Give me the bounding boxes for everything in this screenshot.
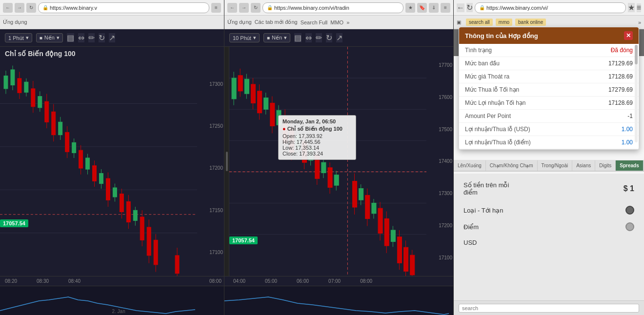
left-tabs-bar: Ứng dụng: [0, 16, 224, 29]
trade-tab-inout[interactable]: Trong/Ngoài: [538, 160, 573, 171]
trade-tab-updown[interactable]: Lên/Xuống: [454, 160, 486, 171]
reload-button[interactable]: ↻: [26, 3, 36, 13]
takeprofit-value: 17128.69: [608, 99, 633, 106]
mid-browser-bar: ← → ↻ 🔒 https://www.binary.com/vi/tradin…: [224, 0, 453, 16]
mid-time-scale: 04:00 05:00 06:00 07:00 08:00: [224, 276, 453, 286]
scale-icon-left[interactable]: ⇔: [78, 33, 84, 42]
trade-tab-asians[interactable]: Asians: [572, 160, 595, 171]
svg-rect-106: [277, 110, 281, 125]
timeframe-select-mid[interactable]: 10 Phút ▾: [229, 33, 260, 42]
right-url-text: https://www.binary.com/vi/: [486, 5, 548, 11]
trade-tab-touch[interactable]: Chạm/Không Chạm: [486, 160, 538, 171]
svg-rect-145: [372, 203, 376, 213]
timeframe-select-left[interactable]: 1 Phút ▾: [5, 33, 32, 42]
bookmark-search-all[interactable]: search all: [466, 19, 493, 26]
initial-label: Mức ban đầu: [465, 60, 500, 67]
svg-rect-100: [264, 98, 268, 110]
trade-tab-spreads[interactable]: Spreads: [616, 160, 643, 171]
mid-chart-area: 17700 17600 17500 17400 17300 17200 1710…: [224, 47, 453, 276]
modal-scrollbar[interactable]: [635, 45, 638, 142]
search-input[interactable]: [459, 304, 639, 313]
refresh-icon-mid[interactable]: ↻: [326, 33, 332, 42]
mid-current-price: 17057.54: [229, 236, 258, 244]
status-value: Đã đóng: [611, 47, 633, 54]
mid-tab-search[interactable]: Search Full: [301, 20, 328, 25]
left-url-bar[interactable]: 🔒 https://www.binary.v: [38, 2, 209, 13]
right-star-button[interactable]: ★: [628, 3, 635, 12]
mid-url-bar[interactable]: 🔒 https://www.binary.com/vi/tradin: [262, 2, 403, 13]
right-reload-button[interactable]: ↻: [466, 3, 473, 12]
refresh-icon-left[interactable]: ↻: [99, 33, 105, 42]
bookmark-bank-online[interactable]: bank online: [515, 19, 546, 26]
svg-rect-23: [45, 101, 49, 122]
pnl-points-label: Lợi nhuận/Thua lỗ (điểm): [465, 139, 531, 146]
left-app-tab[interactable]: Ứng dụng: [3, 19, 27, 25]
mid-bookmark-button[interactable]: 🔖: [417, 3, 427, 13]
right-back-button[interactable]: ←: [457, 3, 464, 12]
modal-header: Thông tin của Hợp đồng ✕: [459, 27, 639, 44]
type-row: Loại - Tới hạn: [463, 206, 634, 215]
scale-icon-mid[interactable]: ⇔: [305, 33, 312, 42]
left-browser-bar: ← → ↻ 🔒 https://www.binary.v ≡: [0, 0, 224, 16]
type-radio-button[interactable]: [625, 206, 634, 215]
trade-tab-digits[interactable]: Digits: [595, 160, 616, 171]
svg-rect-62: [133, 210, 137, 220]
takeprofit-label: Mức Lợi nhuận Tối hạn: [465, 99, 526, 106]
svg-rect-32: [65, 132, 69, 152]
modal-close-button[interactable]: ✕: [624, 31, 633, 40]
contract-modal: Thông tin của Hợp đồng ✕ Tình trạng Đã đ…: [459, 27, 639, 150]
usd-label: USD: [463, 239, 634, 246]
mid-more-tabs[interactable]: »: [346, 20, 349, 25]
chart-icon-bar-mid[interactable]: ▤: [294, 33, 302, 42]
mid-back-button[interactable]: ←: [227, 3, 237, 13]
mid-more-button[interactable]: ≡: [441, 3, 450, 13]
more-bookmarks[interactable]: »: [638, 20, 641, 25]
per-point-label: Số tiền trên mỗi: [463, 181, 624, 189]
svg-rect-133: [334, 175, 339, 185]
mid-chart-toolbar: 10 Phút ▾ ■ Nến ▾ ▤ ⇔ ✏ ↻ ↗: [224, 29, 453, 47]
svg-rect-20: [38, 97, 42, 108]
svg-rect-148: [378, 208, 382, 233]
share-icon-left[interactable]: ↗: [109, 33, 115, 42]
status-label: Tình trạng: [465, 47, 492, 54]
svg-rect-85: [232, 78, 236, 99]
mid-tab-mmo[interactable]: MMO: [330, 20, 343, 25]
svg-rect-65: [140, 217, 144, 240]
right-more-button[interactable]: ≡: [637, 3, 641, 12]
draw-icon-mid[interactable]: ✏: [316, 33, 322, 42]
back-button[interactable]: ←: [3, 3, 13, 13]
right-panel: ← ↻ 🔒 https://www.binary.com/vi/ ★ ≡ ▣ s…: [454, 0, 644, 315]
chart-type-select-left[interactable]: ■ Nến ▾: [36, 33, 63, 42]
mid-star-button[interactable]: ★: [405, 3, 415, 13]
svg-rect-29: [59, 122, 62, 135]
more-button[interactable]: ≡: [211, 3, 221, 13]
trade-tabs-bar: Lên/Xuống Chạm/Không Chạm Trong/Ngoài As…: [454, 160, 644, 172]
share-icon-mid[interactable]: ↗: [336, 33, 342, 42]
chart-icon-bar-left[interactable]: ▤: [67, 33, 74, 42]
exit-label: Mức giá Thoát ra: [465, 73, 509, 80]
mid-tab-apps[interactable]: Ứng dụng: [227, 19, 252, 25]
svg-rect-68: [147, 227, 151, 256]
bookmark-mmo[interactable]: mmo: [496, 19, 512, 26]
left-chart-toolbar: 1 Phút ▾ ■ Nến ▾ ▤ ⇔ ✏ ↻ ↗: [0, 29, 224, 47]
diem-row: Điểm: [463, 222, 634, 231]
mid-scroll-handle[interactable]: [224, 47, 229, 276]
mid-tab-newtab[interactable]: Các tab mới đồng: [255, 19, 298, 25]
svg-rect-139: [359, 189, 363, 200]
mid-forward-button[interactable]: →: [239, 3, 249, 13]
svg-rect-59: [126, 201, 130, 222]
left-current-price: 17057.54: [0, 219, 28, 227]
chart-type-select-mid[interactable]: ■ Nến ▾: [263, 33, 290, 42]
mid-download-button[interactable]: ⇓: [429, 3, 439, 13]
modal-row-status: Tình trạng Đã đóng: [459, 44, 639, 57]
svg-rect-160: [404, 247, 408, 271]
svg-rect-115: [296, 136, 300, 149]
svg-rect-121: [309, 149, 313, 160]
diem-radio-button[interactable]: [625, 222, 634, 231]
mid-reload-button[interactable]: ↻: [251, 3, 261, 13]
forward-button[interactable]: →: [15, 3, 24, 13]
svg-rect-97: [258, 91, 262, 113]
right-url-bar[interactable]: 🔒 https://www.binary.com/vi/: [475, 2, 626, 13]
draw-icon-left[interactable]: ✏: [88, 33, 95, 42]
svg-rect-71: [154, 240, 158, 265]
